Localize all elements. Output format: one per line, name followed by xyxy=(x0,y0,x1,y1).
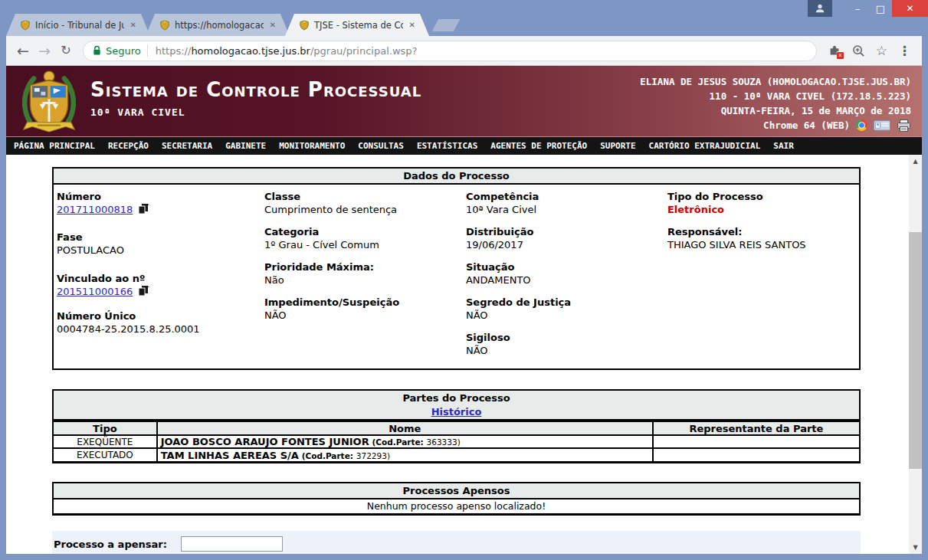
session-date: QUINTA-FEIRA, 15 de MARÇO de 2018 xyxy=(640,103,911,118)
tab-sistema-controle[interactable]: TJSE - Sistema de Contro ✕ xyxy=(285,14,429,36)
new-tab-button[interactable] xyxy=(432,19,461,31)
parte-tipo: EXECUTADO xyxy=(54,448,157,461)
partes-panel-title: Partes do Processo xyxy=(54,392,859,404)
tab-close-icon[interactable]: ✕ xyxy=(129,19,138,31)
col-header-representante: Representante da Parte xyxy=(653,421,859,435)
security-label: Seguro xyxy=(106,45,141,57)
cod-parte-value: 372293) xyxy=(356,451,390,460)
main-menu: PÁGINA PRINCIPAL RECEPÇÃO SECRETARIA GAB… xyxy=(6,137,922,155)
processo-apensar-input[interactable] xyxy=(181,536,283,552)
menu-cartorio-extrajudicial[interactable]: CARTÓRIO EXTRAJUDICIAL xyxy=(649,141,761,151)
dados-body: Número 201711000818 Fase POSTULACAO Vinc… xyxy=(54,185,859,368)
reload-button[interactable]: ↻ xyxy=(55,44,77,57)
browser-toolbar: ← → ↻ Seguro https://homologacao.tjse.ju… xyxy=(6,36,922,66)
menu-sair[interactable]: SAIR xyxy=(773,141,794,151)
menu-consultas[interactable]: CONSULTAS xyxy=(358,141,404,151)
partes-header: Partes do Processo Histórico xyxy=(54,391,859,421)
copy-icon[interactable] xyxy=(138,286,149,296)
col-header-nome: Nome xyxy=(157,421,653,435)
menu-secretaria[interactable]: SECRETARIA xyxy=(162,141,212,151)
tab-strip: Início - Tribunal de Justiç ✕ https://ho… xyxy=(6,14,457,36)
scrollbar-thumb[interactable] xyxy=(909,232,922,469)
distribuicao-label: Distribuição xyxy=(466,226,658,238)
browser-menu-icon[interactable]: ⋮ xyxy=(898,43,911,58)
cod-parte-label: (Cod.Parte: xyxy=(302,451,353,460)
window-titlebar: Início - Tribunal de Justiç ✕ https://ho… xyxy=(0,0,928,36)
situacao-value: ANDAMENTO xyxy=(466,273,658,287)
session-client: Chrome 64 (WEB) xyxy=(640,118,911,133)
cod-parte-value: 363333) xyxy=(427,437,461,447)
header-titles: Sistema de Controle Processual 10ª VARA … xyxy=(90,66,421,136)
close-button[interactable]: ✕ xyxy=(892,0,928,17)
segredo-label: Segredo de Justiça xyxy=(466,296,658,309)
dados-do-processo-panel: Dados do Processo Número 201711000818 Fa… xyxy=(52,167,861,370)
categoria-value: 1º Grau - Cível Comum xyxy=(264,238,457,251)
distribuicao-value: 19/06/2017 xyxy=(466,238,658,251)
chrome-browser-icon xyxy=(856,120,867,131)
apensar-form: Processo a apensar: Apensar xyxy=(52,531,861,554)
parte-representante xyxy=(653,448,859,461)
session-user: ELIANA DE JESUS SOUZA (HOMOLOGACAO.TJSE.… xyxy=(640,74,911,89)
tab-close-icon[interactable]: ✕ xyxy=(268,19,277,31)
parte-nome-text: JOAO BOSCO ARAUJO FONTES JUNIOR xyxy=(161,436,369,447)
printer-icon[interactable] xyxy=(897,120,911,132)
menu-monitoramento[interactable]: MONITORAMENTO xyxy=(279,141,345,151)
prioridade-value: Não xyxy=(264,273,457,287)
url-host: homologacao.tjse.jus.br xyxy=(191,45,310,57)
scroll-down-arrow-icon[interactable]: ▼ xyxy=(909,541,922,554)
situacao-label: Situação xyxy=(466,261,658,273)
responsavel-label: Responsável: xyxy=(667,226,859,238)
id-card-icon[interactable] xyxy=(874,120,890,131)
dados-column-2: Classe Cumprimento de sentença Categoria… xyxy=(255,191,457,367)
maximize-button[interactable]: □ xyxy=(869,0,892,17)
user-icon xyxy=(815,3,825,14)
dados-panel-title: Dados do Processo xyxy=(54,169,859,185)
dados-column-1: Número 201711000818 Fase POSTULACAO Vinc… xyxy=(54,191,255,367)
tab-inicio[interactable]: Início - Tribunal de Justiç ✕ xyxy=(6,14,150,36)
profile-button[interactable] xyxy=(808,0,832,17)
session-info: ELIANA DE JESUS SOUZA (HOMOLOGACAO.TJSE.… xyxy=(640,74,911,133)
vinculado-link[interactable]: 201511000166 xyxy=(57,286,133,297)
extension-puzzle-icon[interactable]: x xyxy=(828,44,841,57)
zoom-icon[interactable] xyxy=(852,44,865,57)
site-header: Sistema de Controle Processual 10ª VARA … xyxy=(6,66,922,137)
cod-parte-label: (Cod.Parte: xyxy=(372,437,424,447)
menu-suporte[interactable]: SUPORTE xyxy=(600,141,635,151)
menu-agentes-protecao[interactable]: AGENTES DE PROTEÇÃO xyxy=(490,141,587,151)
bookmark-star-icon[interactable]: ☆ xyxy=(876,43,887,58)
parte-nome-text: TAM LINHAS AEREAS S/A xyxy=(161,450,299,461)
system-subtitle: 10ª VARA CIVEL xyxy=(90,106,421,118)
tab-close-icon[interactable]: ✕ xyxy=(408,19,417,31)
impedimento-value: NÃO xyxy=(264,309,457,322)
tjse-favicon-icon xyxy=(299,20,310,31)
copy-icon[interactable] xyxy=(138,204,149,215)
table-row: EXEQÜENTE JOAO BOSCO ARAUJO FONTES JUNIO… xyxy=(54,435,859,448)
menu-recepcao[interactable]: RECEPÇÃO xyxy=(108,141,149,151)
processo-apensar-label: Processo a apensar: xyxy=(52,539,181,550)
menu-gabinete[interactable]: GABINETE xyxy=(225,141,266,151)
competencia-label: Competência xyxy=(466,191,658,203)
parte-nome: JOAO BOSCO ARAUJO FONTES JUNIOR (Cod.Par… xyxy=(157,435,653,448)
window-controls: – □ ✕ xyxy=(808,0,928,17)
url-path: /pgrau/principal.wsp? xyxy=(310,45,418,57)
dados-column-4: Tipo do Processo Eletrônico Responsável:… xyxy=(658,191,859,367)
address-bar[interactable]: Seguro https://homologacao.tjse.jus.br/p… xyxy=(83,41,817,61)
classe-label: Classe xyxy=(264,191,457,203)
historico-link[interactable]: Histórico xyxy=(431,406,482,418)
back-button[interactable]: ← xyxy=(12,44,34,58)
minimize-button[interactable]: – xyxy=(846,0,869,17)
forward-button[interactable]: → xyxy=(34,44,55,58)
apensos-empty-message: Nenhum processo apenso localizado! xyxy=(54,499,859,513)
partes-table: Tipo Nome Representante da Parte EXEQÜEN… xyxy=(54,421,859,461)
menu-estatisticas[interactable]: ESTATÍSTICAS xyxy=(417,141,477,151)
session-vara: 110 - 10ª VARA CIVEL (172.18.5.223) xyxy=(640,89,911,103)
numero-link[interactable]: 201711000818 xyxy=(57,204,133,215)
menu-pagina-principal[interactable]: PÁGINA PRINCIPAL xyxy=(14,141,95,151)
sigiloso-label: Sigiloso xyxy=(466,332,658,344)
fase-label: Fase xyxy=(57,231,255,244)
vertical-scrollbar[interactable]: ▲ ▼ xyxy=(909,155,922,554)
vinculado-label: Vinculado ao nº xyxy=(57,273,255,285)
scroll-up-arrow-icon[interactable]: ▲ xyxy=(909,155,922,168)
tab-homologacao[interactable]: https://homologacao.tjse ✕ xyxy=(146,14,290,36)
categoria-label: Categoria xyxy=(264,226,457,238)
